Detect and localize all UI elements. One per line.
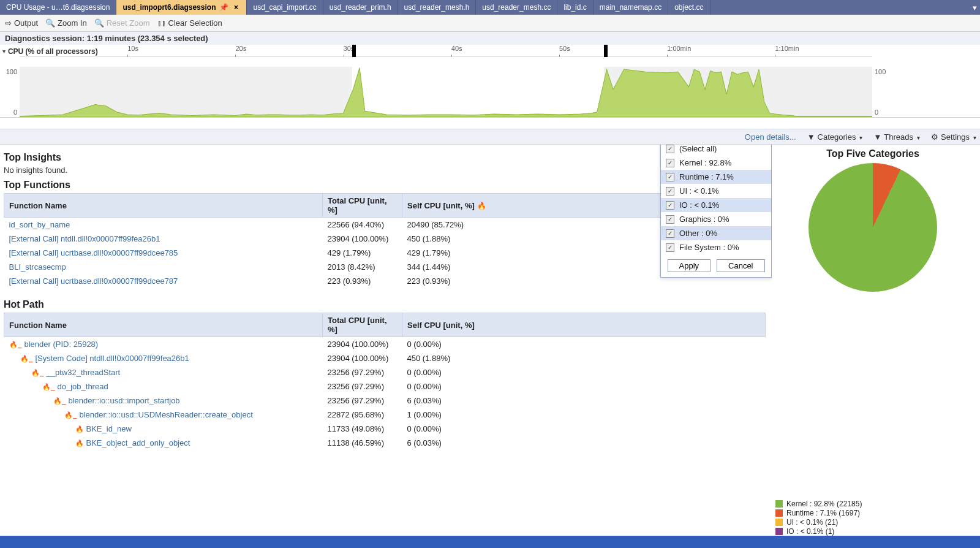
output-button[interactable]: ⇨ Output [5,18,38,28]
selection-start-handle[interactable] [352,45,356,57]
checkbox-icon[interactable]: ✓ [666,145,674,153]
tab-8[interactable]: object.cc [668,0,710,15]
total-cpu-cell: 23256 (97.29%) [323,365,402,379]
flame-path-icon: 🔥⎯ [42,383,55,390]
category-option[interactable]: ✓Graphics : 0% [661,212,771,226]
cpu-ymax-left: 100 [6,68,17,75]
cpu-y-axis-right: 100 0 [872,67,980,117]
function-link[interactable]: blender (PID: 25928) [24,340,99,349]
tab-6[interactable]: lib_id.c [557,0,593,15]
tab-1[interactable]: usd_impoprt6.diagsession📌× [116,0,247,15]
category-option[interactable]: ✓UI : < 0.1% [661,184,771,198]
category-option-label: (Select all) [679,145,717,153]
category-option-label: Kernel : 92.8% [679,158,731,167]
reset-zoom-label: Reset Zoom [107,18,150,28]
close-icon[interactable]: × [232,3,240,12]
function-link[interactable]: do_job_thread [58,382,108,391]
apply-button[interactable]: Apply [668,259,711,272]
pie-wrap [772,163,974,292]
function-link[interactable]: [External Call] ucrtbase.dll!0x00007ff99… [9,248,178,257]
legend-item: IO : < 0.1% (1) [775,527,862,536]
legend-swatch [775,528,783,535]
col-function-name[interactable]: Function Name [4,313,323,337]
legend-label: Runtime : 7.1% (1697) [786,509,860,517]
function-link[interactable]: [System Code] ntdll.dll!0x00007ff99fea26… [36,354,189,363]
cpu-ymin-right: 0 [875,108,878,116]
checkbox-icon[interactable]: ✓ [666,215,674,224]
zoom-in-button[interactable]: 🔍 Zoom In [45,18,87,28]
function-link[interactable]: BKE_object_add_only_object [86,438,190,447]
col-total-cpu[interactable]: Total CPU [unit, %] [323,313,402,337]
table-row: 🔥⎯blender (PID: 25928)23904 (100.00%)0 (… [4,337,766,352]
col-function-name[interactable]: Function Name [4,194,323,218]
chevron-down-icon [858,132,862,142]
selection-end-handle[interactable] [604,45,608,57]
legend-item: Kernel : 92.8% (22185) [775,500,862,508]
status-bar [0,536,980,548]
legend-swatch [775,519,783,526]
pin-icon[interactable]: 📌 [219,3,228,12]
col-total-cpu[interactable]: Total CPU [unit, %] [323,194,402,218]
function-link[interactable]: [External Call] ntdll.dll!0x00007ff99fea… [9,234,160,243]
magnifier-plus-icon: 🔍 [45,18,55,28]
cpu-chart-section: 100 0 100 0 [0,67,980,117]
flame-path-icon: 🔥⎯ [31,369,44,376]
tab-5[interactable]: usd_reader_mesh.cc [476,0,557,15]
gear-icon: ⚙ [931,132,938,142]
total-cpu-cell: 23256 (97.29%) [323,379,402,394]
cancel-button[interactable]: Cancel [717,259,764,272]
flame-path-icon: 🔥⎯ [20,355,33,362]
category-option-label: UI : < 0.1% [679,186,719,196]
function-link[interactable]: [External Call] ucrtbase.dll!0x00007ff99… [9,276,178,286]
category-option[interactable]: ✓Runtime : 7.1% [661,170,771,184]
checkbox-icon[interactable]: ✓ [666,173,674,181]
legend-label: Kernel : 92.8% (22185) [786,500,862,508]
category-option[interactable]: ✓File System : 0% [661,240,771,254]
checkbox-icon[interactable]: ✓ [666,243,674,252]
right-pane: Top Five Categories Kernel : 92.8% (2218… [772,145,980,546]
function-link[interactable]: __ptw32_threadStart [47,368,121,377]
total-cpu-cell: 223 (0.93%) [323,274,402,288]
clear-selection-button[interactable]: ⫿⫿ Clear Selection [157,18,222,28]
main-content: Top Insights No insights found. Top Func… [0,145,980,546]
col-self-cpu[interactable]: Self CPU [unit, %] [402,313,766,337]
output-label: Output [14,18,38,28]
checkbox-icon[interactable]: ✓ [666,187,674,196]
function-link[interactable]: blender::io::usd::import_startjob [69,396,180,405]
checkbox-icon[interactable]: ✓ [666,159,674,167]
checkbox-icon[interactable]: ✓ [666,201,674,210]
tab-3[interactable]: usd_reader_prim.h [323,0,398,15]
open-details-link[interactable]: Open details... [745,132,796,142]
flame-icon: 🔥 [75,440,84,447]
self-cpu-cell: 6 (0.03%) [402,394,766,408]
function-link[interactable]: BLI_strcasecmp [9,262,66,272]
table-row: [External Call] ntdll.dll!0x00007ff99fea… [4,232,766,246]
self-cpu-cell: 450 (1.88%) [402,351,766,365]
tab-4[interactable]: usd_reader_mesh.h [398,0,477,15]
settings-dropdown[interactable]: ⚙ Settings [931,132,976,142]
hot-path-title: Hot Path [4,299,766,310]
tab-0[interactable]: CPU Usage - u…t6.diagsession [0,0,116,15]
total-cpu-cell: 23904 (100.00%) [323,232,402,246]
category-option[interactable]: ✓Kernel : 92.8% [661,156,771,170]
categories-menu-footer: Apply Cancel [661,254,771,277]
tab-overflow-button[interactable]: ▾ [969,0,980,15]
tab-label: lib_id.c [564,3,586,12]
tab-label: CPU Usage - u…t6.diagsession [6,3,110,12]
function-link[interactable]: id_sort_by_name [9,220,70,229]
tab-7[interactable]: main_namemap.cc [594,0,668,15]
table-row: [External Call] ucrtbase.dll!0x00007ff99… [4,246,766,260]
category-option[interactable]: ✓Other : 0% [661,226,771,240]
timeline-ruler[interactable]: 10s20s30s40s50s1:00min1:10min [20,45,872,57]
left-pane: Top Insights No insights found. Top Func… [0,145,772,546]
function-link[interactable]: blender::io::usd::USDMeshReader::create_… [80,410,253,419]
categories-dropdown[interactable]: ▼ Categories [807,132,863,142]
category-option[interactable]: ✓(Select all) [661,145,771,156]
category-option[interactable]: ✓IO : < 0.1% [661,198,771,212]
function-link[interactable]: BKE_id_new [86,424,132,433]
threads-dropdown[interactable]: ▼ Threads [873,132,920,142]
tab-2[interactable]: usd_capi_import.cc [247,0,323,15]
checkbox-icon[interactable]: ✓ [666,229,674,238]
cpu-usage-chart[interactable] [20,67,872,117]
timeline-tick: 40s [451,45,462,52]
